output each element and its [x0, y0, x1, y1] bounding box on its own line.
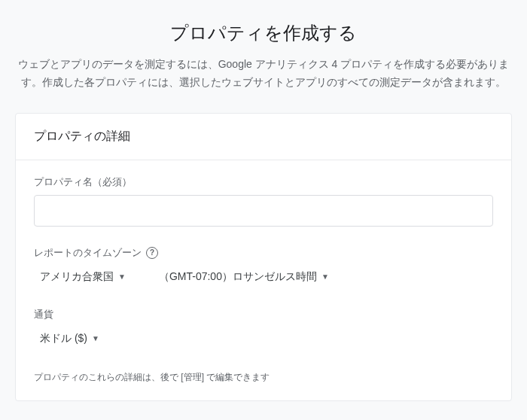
- footer-hint: プロパティのこれらの詳細は、後で [管理] で編集できます: [34, 371, 493, 384]
- currency-dropdown[interactable]: 米ドル ($) ▼: [34, 327, 99, 350]
- chevron-down-icon: ▼: [321, 272, 329, 281]
- page-header: プロパティを作成する ウェブとアプリのデータを測定するには、Google アナリ…: [0, 0, 527, 104]
- timezone-value: （GMT-07:00）ロサンゼルス時間: [159, 270, 317, 284]
- property-name-label: プロパティ名（必須）: [34, 175, 493, 189]
- property-detail-card: プロパティの詳細 プロパティ名（必須） レポートのタイムゾーン ? アメリカ合衆…: [15, 113, 512, 401]
- card-body: プロパティ名（必須） レポートのタイムゾーン ? アメリカ合衆国 ▼ （GMT-…: [16, 160, 511, 400]
- timezone-dropdown-row: アメリカ合衆国 ▼ （GMT-07:00）ロサンゼルス時間 ▼: [34, 266, 493, 288]
- page-subtitle: ウェブとアプリのデータを測定するには、Google アナリティクス 4 プロパテ…: [15, 56, 512, 92]
- chevron-down-icon: ▼: [118, 272, 126, 281]
- country-value: アメリカ合衆国: [40, 270, 114, 284]
- country-dropdown[interactable]: アメリカ合衆国 ▼: [34, 266, 126, 288]
- currency-value: 米ドル ($): [40, 332, 87, 345]
- help-icon[interactable]: ?: [146, 247, 158, 259]
- property-name-input[interactable]: [34, 195, 493, 227]
- timezone-dropdown[interactable]: （GMT-07:00）ロサンゼルス時間 ▼: [153, 266, 329, 288]
- timezone-label-row: レポートのタイムゾーン ?: [34, 246, 493, 260]
- timezone-label: レポートのタイムゾーン: [34, 246, 142, 260]
- currency-label: 通貨: [34, 308, 493, 321]
- page-title: プロパティを作成する: [15, 21, 512, 45]
- card-heading: プロパティの詳細: [16, 114, 511, 160]
- chevron-down-icon: ▼: [92, 334, 99, 342]
